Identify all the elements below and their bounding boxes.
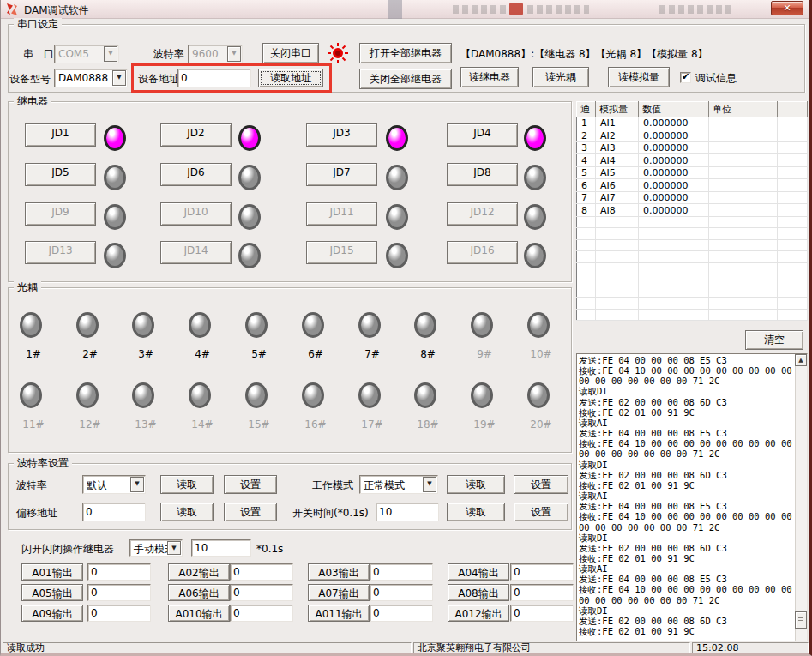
read-relay-button[interactable]: 读继电器 bbox=[460, 67, 519, 87]
ao5-value-input[interactable] bbox=[87, 584, 151, 601]
relay-button-jd7[interactable]: JD7 bbox=[306, 163, 377, 186]
offset-addr-label: 偏移地址 bbox=[16, 507, 57, 519]
switch-time-read-button[interactable]: 读取 bbox=[447, 503, 505, 521]
read-addr-button[interactable]: 读取地址 bbox=[258, 69, 323, 87]
table-row-empty bbox=[577, 274, 808, 286]
table-row[interactable]: 7AI70.000000 bbox=[577, 191, 808, 203]
table-row[interactable]: 2AI20.000000 bbox=[577, 129, 808, 141]
chevron-down-icon bbox=[227, 46, 241, 62]
ao3-value-input[interactable] bbox=[370, 563, 433, 581]
opto-light-4 bbox=[189, 312, 211, 338]
table-row[interactable]: 5AI50.000000 bbox=[577, 166, 808, 178]
device-model-select[interactable]: DAM0888 bbox=[54, 69, 128, 87]
baud-set-value: 默认 bbox=[87, 478, 107, 493]
ao3-output-button[interactable]: A03输出 bbox=[308, 563, 370, 581]
work-mode-read-button[interactable]: 读取 bbox=[447, 475, 505, 494]
relay-light-jd6 bbox=[238, 165, 261, 190]
ao8-value-input[interactable] bbox=[510, 584, 574, 601]
baud-set-label: 波特率 bbox=[16, 479, 47, 491]
relay-button-jd2[interactable]: JD2 bbox=[160, 123, 232, 147]
relay-button-jd6[interactable]: JD6 bbox=[160, 163, 232, 186]
offset-set-button[interactable]: 设置 bbox=[224, 503, 277, 521]
ao7-output-button[interactable]: A07输出 bbox=[308, 584, 370, 601]
device-info-text: 【DAM0888】:【继电器 8】【光耦 8】【模拟量 8】 bbox=[460, 48, 708, 60]
table-row[interactable]: 4AI40.000000 bbox=[577, 154, 808, 166]
device-addr-input[interactable] bbox=[177, 69, 251, 87]
ao1-output-button[interactable]: A01输出 bbox=[21, 563, 83, 581]
ao12-value-input[interactable] bbox=[510, 605, 574, 622]
relay-button-jd5[interactable]: JD5 bbox=[25, 163, 96, 186]
scroll-up-icon[interactable] bbox=[795, 354, 807, 366]
work-mode-set-button[interactable]: 设置 bbox=[514, 475, 568, 494]
serial-port-select: COM5 bbox=[54, 45, 119, 63]
relay-button-jd9: JD9 bbox=[25, 202, 96, 226]
relay-button-jd1[interactable]: JD1 bbox=[25, 123, 96, 147]
close-serial-button[interactable]: 关闭串口 bbox=[262, 43, 319, 63]
log-panel[interactable]: 发送:FE 04 00 00 00 08 E5 C3 接收:FE 04 10 0… bbox=[576, 353, 808, 641]
analog-table: 通 模拟量 数值 单位 1AI10.000000 2AI20.000000 3A… bbox=[576, 101, 808, 321]
opto-label-2: 2# bbox=[73, 348, 107, 360]
read-opto-button[interactable]: 读光耦 bbox=[532, 67, 589, 87]
ao11-output-button[interactable]: A011输出 bbox=[308, 605, 370, 622]
close-all-relays-button[interactable]: 关闭全部继电器 bbox=[359, 69, 452, 89]
app-icon bbox=[5, 3, 19, 16]
switch-time-set-button[interactable]: 设置 bbox=[514, 503, 568, 521]
ao2-value-input[interactable] bbox=[230, 563, 293, 581]
col-header-value: 数值 bbox=[639, 102, 709, 117]
clear-log-button[interactable]: 清空 bbox=[745, 330, 803, 350]
col-header-unit: 单位 bbox=[709, 102, 778, 117]
relay-button-jd16: JD16 bbox=[447, 241, 518, 264]
ao2-output-button[interactable]: A02输出 bbox=[168, 563, 230, 581]
ao8-output-button[interactable]: A08输出 bbox=[448, 584, 509, 601]
relay-light-jd2 bbox=[238, 125, 261, 151]
scrollbar-thumb[interactable] bbox=[795, 611, 807, 629]
relay-light-jd14 bbox=[238, 243, 261, 268]
opto-light-14 bbox=[189, 382, 211, 408]
baud-read-button[interactable]: 读取 bbox=[160, 475, 214, 494]
table-row[interactable]: 6AI60.000000 bbox=[577, 179, 808, 191]
table-row[interactable]: 3AI30.000000 bbox=[577, 141, 808, 153]
ao9-output-button[interactable]: A09输出 bbox=[21, 605, 83, 622]
baud-set-select[interactable]: 默认 bbox=[82, 475, 146, 494]
log-text[interactable]: 发送:FE 04 00 00 00 08 E5 C3 接收:FE 04 10 0… bbox=[577, 354, 807, 637]
switch-time-input[interactable] bbox=[376, 503, 439, 521]
table-row[interactable]: 1AI10.000000 bbox=[577, 117, 808, 129]
ao4-output-button[interactable]: A04输出 bbox=[448, 563, 509, 581]
relay-button-jd8[interactable]: JD8 bbox=[447, 163, 518, 186]
ao1-value-input[interactable] bbox=[87, 563, 151, 581]
ao7-value-input[interactable] bbox=[370, 584, 433, 601]
relay-button-jd3[interactable]: JD3 bbox=[306, 123, 377, 147]
ao11-value-input[interactable] bbox=[370, 605, 433, 622]
titlebar-artifact bbox=[509, 3, 523, 15]
relay-group-title: 继电器 bbox=[14, 95, 51, 107]
opto-light-20 bbox=[527, 382, 550, 408]
opto-light-15 bbox=[245, 382, 268, 408]
relay-button-jd4[interactable]: JD4 bbox=[447, 123, 518, 147]
open-all-relays-button[interactable]: 打开全部继电器 bbox=[359, 43, 452, 63]
opto-light-17 bbox=[358, 382, 381, 408]
ao5-output-button[interactable]: A05输出 bbox=[21, 584, 83, 601]
work-mode-select[interactable]: 正常模式 bbox=[359, 475, 438, 494]
ao12-output-button[interactable]: A012输出 bbox=[448, 605, 509, 622]
flash-mode-select[interactable]: 手动模式 bbox=[129, 539, 183, 557]
relay-light-jd7 bbox=[386, 165, 408, 190]
close-icon[interactable] bbox=[771, 1, 803, 15]
col-header-channel: 通 bbox=[577, 102, 596, 117]
flash-time-input[interactable] bbox=[191, 539, 251, 557]
opto-label-1: 1# bbox=[16, 348, 51, 360]
ao6-value-input[interactable] bbox=[230, 584, 293, 601]
offset-read-button[interactable]: 读取 bbox=[160, 503, 214, 521]
baud-group-title: 波特率设置 bbox=[14, 457, 72, 469]
table-row[interactable]: 8AI80.000000 bbox=[577, 204, 808, 216]
debug-checkbox[interactable] bbox=[680, 72, 691, 83]
log-scrollbar[interactable] bbox=[795, 354, 807, 641]
read-analog-button[interactable]: 读模拟量 bbox=[608, 67, 670, 87]
flash-time-unit-label: *0.1s bbox=[256, 543, 283, 555]
ao10-value-input[interactable] bbox=[230, 605, 293, 622]
offset-addr-input[interactable] bbox=[82, 503, 146, 521]
baud-set-button[interactable]: 设置 bbox=[224, 475, 277, 494]
ao10-output-button[interactable]: A010输出 bbox=[168, 605, 230, 622]
ao9-value-input[interactable] bbox=[87, 605, 151, 622]
ao4-value-input[interactable] bbox=[510, 563, 574, 581]
ao6-output-button[interactable]: A06输出 bbox=[168, 584, 230, 601]
